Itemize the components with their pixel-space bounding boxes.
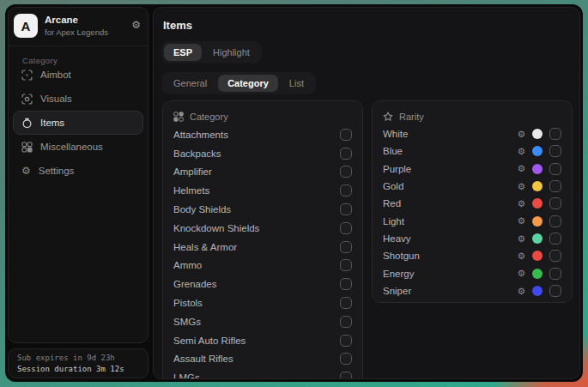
rarity-gear-icon[interactable]: ⚙: [518, 216, 525, 226]
rarity-checkbox[interactable]: [549, 285, 561, 297]
category-checkbox[interactable]: [340, 129, 352, 141]
mode-esp[interactable]: ESP: [164, 44, 202, 61]
rarity-gear-icon[interactable]: ⚙: [518, 287, 525, 296]
category-checkbox[interactable]: [340, 222, 352, 234]
category-row-list: AttachmentsBackpacksAmplifierHelmetsBody…: [173, 125, 352, 379]
rarity-checkbox[interactable]: [549, 180, 561, 192]
rarity-row: Sniper⚙: [383, 282, 561, 299]
rarity-gear-icon[interactable]: ⚙: [518, 130, 525, 139]
mode-toggle: ESP Highlight: [161, 41, 262, 63]
sidebar-item-visuals[interactable]: Visuals: [13, 87, 143, 111]
rarity-row-label: Heavy: [383, 233, 411, 244]
rarity-checkbox[interactable]: [549, 145, 561, 157]
rarity-checkbox[interactable]: [549, 268, 561, 280]
sidebar-item-items[interactable]: Items: [13, 111, 143, 135]
rarity-gear-icon[interactable]: ⚙: [518, 199, 525, 209]
rarity-row-controls: ⚙: [518, 163, 561, 175]
sidebar-item-label: Aimbot: [40, 70, 71, 80]
rarity-row: Light⚙: [383, 212, 561, 229]
rarity-gear-icon[interactable]: ⚙: [518, 234, 525, 244]
rarity-row: Energy⚙: [383, 264, 561, 281]
category-panel: Category AttachmentsBackpacksAmplifierHe…: [162, 100, 363, 379]
star-icon: [383, 112, 393, 122]
rarity-row-controls: ⚙: [518, 128, 561, 140]
rarity-checkbox[interactable]: [549, 197, 561, 209]
rarity-row-list: White⚙Blue⚙Purple⚙Gold⚙Red⚙Light⚙Heavy⚙S…: [383, 125, 561, 299]
rarity-row-controls: ⚙: [518, 197, 561, 209]
rarity-gear-icon[interactable]: ⚙: [518, 147, 525, 156]
category-checkbox[interactable]: [340, 148, 352, 160]
rarity-color-swatch[interactable]: [532, 269, 543, 279]
rarity-panel-header: Rarity: [383, 110, 561, 124]
category-row-label: SMGs: [173, 317, 201, 327]
sidebar-item-label: Miscellaneous: [40, 142, 103, 152]
sidebar-item-aimbot[interactable]: Aimbot: [13, 63, 143, 87]
rarity-row: Gold⚙: [383, 178, 561, 195]
loot-target-icon: [21, 118, 33, 129]
category-row: LMGs: [173, 368, 352, 379]
rarity-gear-icon[interactable]: ⚙: [518, 182, 525, 191]
rarity-row-label: Purple: [383, 164, 411, 174]
rarity-checkbox[interactable]: [549, 250, 561, 262]
category-panel-title: Category: [190, 112, 228, 122]
grid-dots-icon: [173, 112, 184, 122]
category-checkbox[interactable]: [340, 166, 352, 178]
category-row: Semi Auto Rifles: [173, 331, 352, 350]
rarity-row-controls: ⚙: [518, 268, 561, 280]
category-checkbox[interactable]: [340, 241, 352, 253]
rarity-color-swatch[interactable]: [532, 181, 543, 191]
gear-icon: ⚙: [21, 166, 31, 176]
category-checkbox[interactable]: [340, 335, 352, 347]
rarity-color-swatch[interactable]: [532, 233, 543, 244]
category-checkbox[interactable]: [340, 259, 352, 271]
rarity-checkbox[interactable]: [549, 128, 561, 140]
category-row-label: Ammo: [173, 260, 202, 270]
category-row-label: Backpacks: [173, 148, 221, 159]
category-checkbox[interactable]: [340, 278, 352, 290]
category-checkbox[interactable]: [340, 297, 352, 309]
category-checkbox[interactable]: [340, 316, 352, 328]
rarity-gear-icon[interactable]: ⚙: [518, 269, 525, 278]
crosshair-frame-icon: [21, 70, 33, 81]
rarity-checkbox[interactable]: [549, 215, 561, 227]
mode-highlight[interactable]: Highlight: [203, 44, 259, 61]
rarity-color-swatch[interactable]: [532, 251, 543, 261]
rarity-gear-icon[interactable]: ⚙: [518, 251, 525, 261]
category-panel-header: Category: [173, 110, 352, 124]
app-window: A Arcane for Apex Legends ⚙ Category Aim…: [5, 4, 583, 382]
rarity-row-controls: ⚙: [518, 285, 561, 297]
rarity-color-swatch[interactable]: [532, 198, 543, 209]
rarity-checkbox[interactable]: [549, 163, 561, 175]
rarity-row-label: White: [383, 129, 408, 139]
sidebar-item-settings[interactable]: ⚙ Settings: [13, 159, 143, 183]
category-checkbox[interactable]: [340, 203, 352, 215]
category-row-label: Assault Rifles: [173, 354, 233, 364]
rarity-color-swatch[interactable]: [532, 216, 543, 227]
category-row: Grenades: [173, 275, 352, 293]
sidebar-nav: Aimbot Visuals Items: [13, 63, 143, 183]
sidebar-item-miscellaneous[interactable]: Miscellaneous: [13, 135, 143, 159]
rarity-checkbox[interactable]: [549, 233, 561, 245]
rarity-row-label: Gold: [383, 181, 403, 191]
rarity-color-swatch[interactable]: [532, 164, 543, 174]
rarity-color-swatch[interactable]: [532, 129, 543, 139]
category-checkbox[interactable]: [340, 372, 352, 379]
rarity-panel-title: Rarity: [399, 112, 424, 122]
tab-category[interactable]: Category: [218, 75, 278, 92]
app-logo: A: [14, 14, 38, 38]
rarity-color-swatch[interactable]: [532, 146, 543, 156]
rarity-row-controls: ⚙: [518, 215, 561, 227]
rarity-gear-icon[interactable]: ⚙: [518, 164, 525, 173]
rarity-row: Red⚙: [383, 195, 561, 212]
tab-general[interactable]: General: [164, 75, 216, 92]
rarity-row: Shotgun⚙: [383, 247, 561, 264]
tab-list[interactable]: List: [280, 75, 313, 92]
settings-gear-icon[interactable]: ⚙: [131, 19, 141, 31]
rarity-row: Purple⚙: [383, 160, 561, 178]
rarity-row-label: Shotgun: [383, 251, 420, 261]
category-checkbox[interactable]: [340, 184, 352, 197]
rarity-row: White⚙: [383, 125, 561, 142]
category-row: Body Shields: [173, 200, 352, 219]
rarity-color-swatch[interactable]: [532, 286, 543, 296]
category-checkbox[interactable]: [340, 353, 352, 365]
